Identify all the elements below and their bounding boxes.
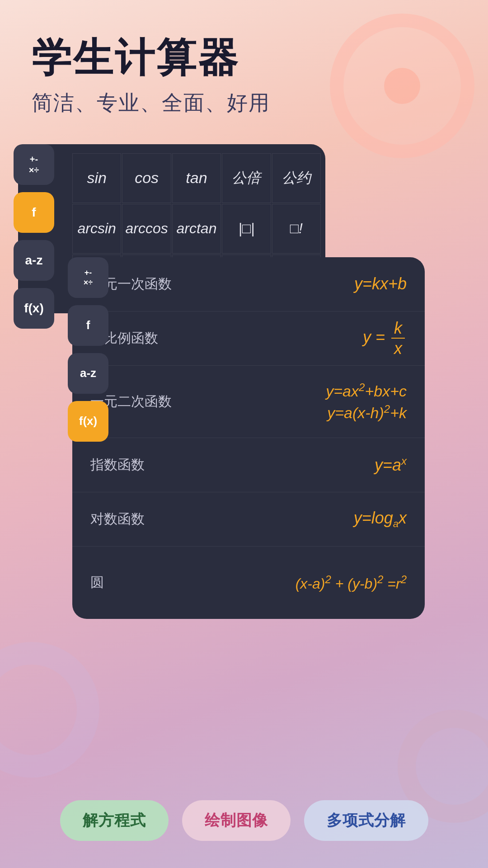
- func-f-button[interactable]: f: [68, 305, 108, 346]
- ops-icon: +- ×÷: [29, 155, 39, 175]
- func-ops-icon: +- ×÷: [84, 269, 93, 287]
- inverse-func-row[interactable]: 反比例函数 y = kx: [72, 311, 425, 366]
- circle-func-row[interactable]: 圆 (x-a)2 + (y-b)2 =r2: [72, 547, 425, 619]
- func-az-button[interactable]: a-z: [68, 353, 108, 394]
- az-button[interactable]: a-z: [14, 240, 54, 281]
- circle-func-formulas: (x-a)2 + (y-b)2 =r2: [190, 573, 407, 592]
- func-ops-button[interactable]: +- ×÷: [68, 257, 108, 298]
- inverse-func-formula: y = kx: [190, 318, 407, 358]
- arcsin-button[interactable]: arcsin: [72, 204, 121, 254]
- f-button[interactable]: f: [14, 192, 54, 233]
- log-func-label: 对数函数: [90, 510, 190, 528]
- sin-button[interactable]: sin: [72, 153, 121, 203]
- fx-button[interactable]: f(x): [14, 288, 54, 329]
- factorial-button[interactable]: □!: [272, 204, 321, 254]
- fraction-k-x: kx: [391, 318, 405, 358]
- gcd-button[interactable]: 公约: [272, 153, 321, 203]
- circle-func-label: 圆: [90, 573, 190, 592]
- log-func-row[interactable]: 对数函数 y=logax: [72, 492, 425, 547]
- arctan-button[interactable]: arctan: [172, 204, 221, 254]
- quadratic-formula-1: y=ax2+bx+c: [326, 381, 407, 400]
- tan-button[interactable]: tan: [172, 153, 221, 203]
- draw-graph-button[interactable]: 绘制图像: [182, 800, 291, 841]
- ops-button[interactable]: +- ×÷: [14, 144, 54, 185]
- quadratic-formula-2: y=a(x-h)2+k: [327, 403, 407, 422]
- exp-func-row[interactable]: 指数函数 y=ax: [72, 438, 425, 492]
- linear-func-row[interactable]: 一元一次函数 y=kx+b: [72, 257, 425, 311]
- solve-equation-button[interactable]: 解方程式: [60, 800, 169, 841]
- linear-func-formula: y=kx+b: [190, 274, 407, 293]
- func-panel-side-buttons: +- ×÷ f a-z f(x): [68, 257, 108, 442]
- bottom-pills: 解方程式 绘制图像 多项式分解: [0, 800, 488, 841]
- arccos-button[interactable]: arccos: [122, 204, 171, 254]
- exp-func-formula: y=ax: [190, 455, 407, 475]
- func-fx-button[interactable]: f(x): [68, 401, 108, 442]
- lcm-button[interactable]: 公倍: [222, 153, 271, 203]
- quadratic-func-row[interactable]: 一元二次函数 y=ax2+bx+c y=a(x-h)2+k: [72, 366, 425, 438]
- exp-func-label: 指数函数: [90, 456, 190, 474]
- abs-button[interactable]: |□|: [222, 204, 271, 254]
- back-panel-side-buttons: +- ×÷ f a-z f(x): [14, 144, 54, 329]
- quadratic-func-formulas: y=ax2+bx+c y=a(x-h)2+k: [190, 381, 407, 422]
- factorize-button[interactable]: 多项式分解: [304, 800, 428, 841]
- log-func-formula: y=logax: [190, 509, 407, 530]
- panels-area: +- ×÷ f a-z f(x) sin cos tan 公倍 公约 arcsi…: [18, 144, 470, 687]
- cos-button[interactable]: cos: [122, 153, 171, 203]
- header: 学生计算器 简洁、专业、全面、好用: [0, 0, 488, 135]
- circle-formula: (x-a)2 + (y-b)2 =r2: [296, 573, 407, 592]
- app-title: 学生计算器: [32, 36, 456, 80]
- func-panel: 一元一次函数 y=kx+b 反比例函数 y = kx 一元二次函数 y=ax2+…: [72, 257, 425, 619]
- app-subtitle: 简洁、专业、全面、好用: [32, 89, 456, 117]
